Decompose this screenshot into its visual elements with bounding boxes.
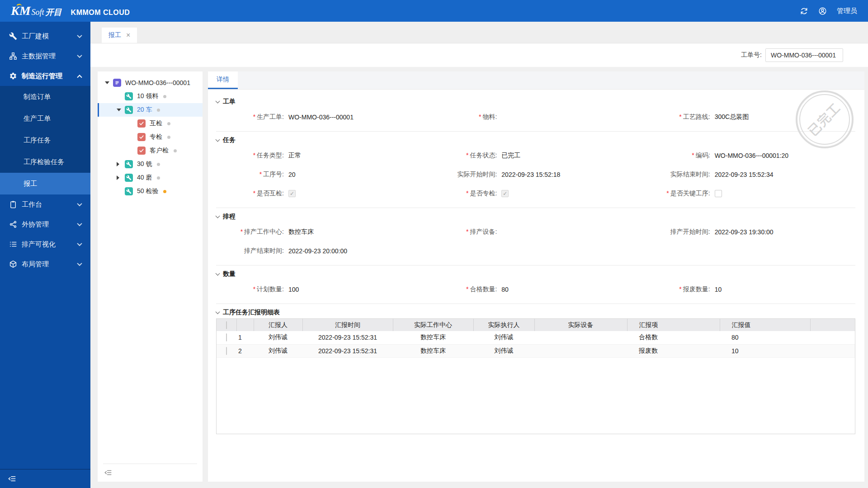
sidebar-nav: 工厂建模 主数据管理 制造运行管理 制造订单 生产工单 工序任务 工序检验任务 … (0, 22, 90, 488)
close-tab-icon[interactable]: × (126, 32, 130, 39)
sidebar-item-label: 布局管理 (22, 260, 49, 269)
clipboard-icon (9, 200, 17, 208)
field-task-status: *任务状态: 已完工 (429, 146, 642, 165)
table-row[interactable]: 1 刘伟诚 2022-09-23 15:52:31 数控车床 刘伟诚 合格数 8… (217, 331, 855, 344)
sidebar-item-label: 排产可视化 (22, 240, 56, 249)
field-special-inspection-flag: *是否专检: (429, 184, 642, 203)
tree-node-label: 30 铣 (137, 160, 152, 168)
sidebar-item-work-report[interactable]: 报工 (0, 173, 90, 194)
tree-node-20-lathe[interactable]: 20 车 (98, 103, 203, 117)
status-dot (167, 136, 170, 139)
status-dot (174, 149, 177, 152)
detail-panel: 详情 已完工 工单 *生产工单: WO-MMO-036---00001 (208, 71, 864, 482)
status-dot (157, 176, 160, 180)
sidebar-item-label: 工作台 (22, 200, 42, 209)
top-header: KM Soft 开目 KMMOM CLOUD 管理员 (0, 0, 868, 22)
section-schedule[interactable]: 排程 (216, 213, 855, 221)
key-operation-checkbox[interactable] (715, 190, 722, 197)
app-logo: KM Soft 开目 KMMOM CLOUD (11, 5, 130, 18)
product-name: KMMOM CLOUD (71, 9, 130, 17)
field-scheduled-equipment: *排产设备: (429, 223, 642, 242)
section-task[interactable]: 任务 (216, 136, 855, 144)
row-checkbox[interactable] (226, 333, 227, 341)
chevron-down-icon (77, 261, 82, 266)
sidebar-item-scheduling-visualization[interactable]: 排产可视化 (0, 234, 90, 254)
sidebar-item-factory-modeling[interactable]: 工厂建模 (0, 26, 90, 46)
logo-km-mark: KM (11, 5, 31, 17)
gear-icon (9, 72, 17, 80)
field-operation-no: *工序号: 20 (216, 165, 429, 184)
report-table: 汇报人 汇报时间 实际工作中心 实际执行人 实际设备 汇报项 汇报值 (216, 318, 855, 434)
tree-node-label: 40 磨 (137, 174, 152, 182)
tree-node-customer-inspection[interactable]: 客户检 (98, 144, 203, 157)
tree-collapse-icon[interactable] (117, 175, 119, 180)
tree-expand-icon[interactable] (105, 81, 109, 84)
current-user[interactable]: 管理员 (837, 7, 857, 15)
chevron-down-icon (216, 99, 220, 103)
tree-collapse-icon[interactable] (117, 162, 119, 166)
sidebar-item-outsourcing[interactable]: 外协管理 (0, 214, 90, 234)
sidebar-item-label: 制造运行管理 (22, 72, 62, 81)
sidebar-item-production-workorders[interactable]: 生产工单 (0, 108, 90, 129)
tree-node-label: WO-MMO-036---00001 (125, 79, 190, 86)
chevron-down-icon (77, 241, 82, 246)
sidebar-item-workbench[interactable]: 工作台 (0, 194, 90, 214)
tree-node-label: 50 检验 (137, 187, 158, 195)
sidebar-item-label: 主数据管理 (22, 52, 56, 61)
collapse-tree-icon[interactable] (104, 469, 112, 477)
tree-node-mutual-inspection[interactable]: 互检 (98, 117, 203, 130)
tree-node-30-milling[interactable]: 30 铣 (98, 157, 203, 171)
sidebar-item-operation-tasks[interactable]: 工序任务 (0, 129, 90, 151)
chevron-down-icon (216, 137, 220, 142)
tree-node-special-inspection[interactable]: 专检 (98, 130, 203, 144)
inspection-check-icon (137, 119, 146, 128)
col-actual-equipment: 实际设备 (534, 319, 627, 331)
tree-footer (98, 464, 203, 482)
tree-node-root[interactable]: WO-MMO-036---00001 (98, 76, 203, 90)
sidebar-item-manufacturing-orders[interactable]: 制造订单 (0, 86, 90, 108)
row-number-header (236, 319, 254, 331)
sidebar-item-layout-management[interactable]: 布局管理 (0, 254, 90, 274)
tree-node-10-picking[interactable]: 10 领料 (98, 90, 203, 103)
tree-node-50-inspection[interactable]: 50 检验 (98, 185, 203, 198)
tab-details[interactable]: 详情 (208, 71, 238, 89)
col-reporter: 汇报人 (254, 319, 302, 331)
mutual-inspection-checkbox[interactable] (288, 190, 296, 197)
chevron-down-icon (77, 221, 82, 226)
section-workorder[interactable]: 工单 (216, 98, 855, 106)
chevron-down-icon (216, 271, 220, 275)
table-row[interactable]: 2 刘伟诚 2022-09-23 15:52:31 数控车床 刘伟诚 报废数 1… (217, 344, 855, 357)
col-report-value: 汇报值 (720, 319, 810, 331)
refresh-icon[interactable] (800, 7, 808, 15)
table-header-row: 汇报人 汇报时间 实际工作中心 实际执行人 实际设备 汇报项 汇报值 (217, 319, 855, 331)
collapse-sidebar-icon[interactable] (8, 474, 16, 483)
tab-work-report[interactable]: 报工 × (102, 28, 137, 43)
sidebar-item-inspection-tasks[interactable]: 工序检验任务 (0, 151, 90, 173)
user-avatar-icon[interactable] (818, 7, 827, 15)
tree-node-label: 客户检 (150, 147, 169, 155)
chevron-down-icon (77, 53, 82, 58)
section-quantity[interactable]: 数量 (216, 270, 855, 278)
share-icon (9, 220, 17, 228)
select-all-checkbox[interactable] (226, 321, 227, 329)
list-icon (9, 240, 17, 248)
tree-node-label: 互检 (150, 119, 162, 128)
sidebar-item-manufacturing-operations[interactable]: 制造运行管理 (0, 66, 90, 86)
tab-label: 报工 (108, 31, 121, 39)
special-inspection-checkbox[interactable] (501, 190, 509, 197)
tree-expand-icon[interactable] (117, 109, 121, 111)
sidebar-item-master-data[interactable]: 主数据管理 (0, 46, 90, 66)
tree-node-40-grinding[interactable]: 40 磨 (98, 171, 203, 185)
col-actual-workcenter: 实际工作中心 (393, 319, 473, 331)
workorder-number-input[interactable] (765, 48, 843, 62)
workorder-doc-icon (113, 79, 121, 87)
field-scheduled-workcenter: *排产工作中心: 数控车床 (216, 223, 429, 242)
chevron-down-icon (77, 33, 82, 38)
field-task-type: *任务类型: 正常 (216, 146, 429, 165)
section-report-detail-table[interactable]: 工序任务汇报明细表 (216, 308, 855, 317)
open-tabs-bar: 报工 × (90, 22, 868, 43)
row-checkbox[interactable] (226, 347, 227, 355)
sidebar-item-label: 工厂建模 (22, 32, 49, 41)
field-material: *物料: (429, 108, 642, 127)
inspection-check-icon (137, 147, 146, 155)
